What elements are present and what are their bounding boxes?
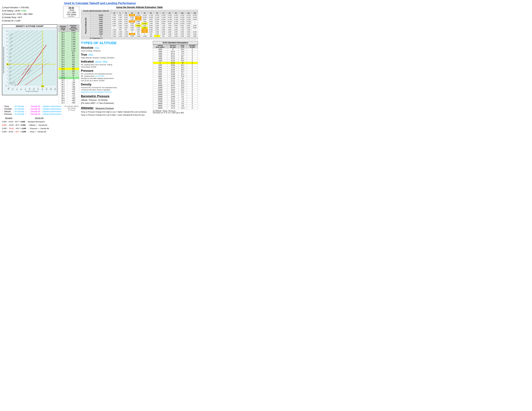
air-density-note: Air Density affectsLift, Power& Thrust — [65, 105, 79, 111]
step4: 4) Outside Temp = 80 F — [2, 16, 33, 19]
svg-text:13: 13 — [6, 37, 8, 39]
types-of-altitude: TYPES OF ALTITUDE Absolute - AGL Cloud C… — [81, 41, 151, 117]
icao-title: ICAO Standard Atmosphere — [153, 41, 198, 45]
svg-text:32°: 32° — [46, 88, 48, 89]
svg-text:11: 11 — [6, 45, 8, 46]
svg-text:°C: °C — [8, 86, 10, 88]
icao-footer2: Decreases 3.5 °F (2 °C) / 1,000' (up to … — [153, 112, 198, 114]
svg-text:°F: °F — [8, 88, 10, 89]
air-density-down1: ↓ Air Density — [13, 105, 24, 108]
pressure-type: Pressure - Alt. corrected for non-standa… — [81, 69, 151, 82]
svg-text:7: 7 — [7, 59, 8, 61]
da-estimation-table: Density Altitude Estimation Table (Ft) -… — [81, 10, 198, 39]
svg-text:50°: 50° — [29, 89, 30, 90]
svg-text:60°: 60° — [33, 89, 35, 90]
svg-text:100°: 100° — [50, 89, 52, 90]
chart-title: DENSITY ALTITUDE CHART — [2, 25, 57, 28]
svg-text:10°: 10° — [12, 89, 13, 90]
svg-text:14: 14 — [6, 34, 8, 35]
svg-text:16°: 16° — [33, 88, 35, 89]
baro-section: Barometric Pressure Altitude↑ Pressure↓ … — [81, 95, 151, 105]
svg-text:4: 4 — [7, 70, 8, 72]
svg-text:38°: 38° — [50, 88, 52, 89]
absolute-type: Absolute - AGL Cloud Ceilings, Obsticles — [81, 46, 151, 52]
types-title: TYPES OF ALTITUDE — [81, 41, 151, 45]
svg-text:-7°: -7° — [16, 88, 18, 89]
indicated-type: Indicated - Aprox. MSL Alt. reading when… — [81, 60, 151, 68]
svg-text:30°: 30° — [20, 89, 22, 90]
svg-text:27°: 27° — [42, 88, 43, 89]
elevation-section: Elevation Density Alt 5,000' – 29.92 – 4… — [2, 117, 79, 133]
calc-steps: 1) Airport Elevation = 3700 MSL 2) Alt S… — [2, 6, 33, 22]
step3: 3) Pressure Alt = 3700 + 298= 4000 — [2, 13, 33, 16]
da-header: Density Alt — [35, 117, 43, 120]
temp-up-arrow: ↑ — [2, 105, 3, 108]
icao-footer: As Altitude↑ Temp↓ Pressure↓ — [153, 110, 198, 112]
svg-text:Outside air temperature: Outside air temperature — [26, 91, 38, 92]
altimeter-setting-box: 29.92 - 29.82 .10 x 1000 =100' (added) s… — [63, 6, 79, 18]
svg-text:5: 5 — [7, 67, 8, 68]
step1: 1) Airport Elevation = 3700 MSL — [2, 6, 33, 9]
density-altitude-chart: DENSITY ALTITUDE CHART — [2, 24, 57, 95]
svg-text:12: 12 — [6, 41, 8, 43]
effects-section: ↑ Temp ↓ Air Density ↑ ↑ Humidity ↓ Air … — [2, 105, 79, 115]
svg-rect-4 — [8, 30, 56, 85]
conv-header1: Altimeter setting ("Hg) — [58, 24, 67, 32]
svg-text:15: 15 — [6, 30, 8, 32]
temp-label: Temp — [4, 105, 12, 108]
humidity-up: ↑ — [2, 108, 3, 110]
density-type: Density - Pressure Alt. corrected for no… — [81, 83, 151, 93]
svg-text:70°: 70° — [38, 89, 39, 90]
altimeter-section: Altimeter Measures Pressure Temp or Pres… — [81, 106, 151, 116]
svg-text:20°: 20° — [16, 89, 18, 90]
svg-text:9: 9 — [7, 52, 8, 54]
step2: 2) Alt Setting = 29.60 (+298) — [2, 9, 33, 12]
svg-text:6: 6 — [7, 64, 8, 65]
main-title: Used to Calculate Takeoff and Landing Pe… — [2, 2, 198, 5]
step5: 5) Density Alt = 6,000 — [2, 19, 33, 22]
svg-text:10°: 10° — [29, 88, 30, 89]
svg-text:40°: 40° — [25, 89, 26, 90]
svg-text:-1°: -1° — [20, 88, 22, 89]
svg-text:80°: 80° — [42, 86, 43, 87]
svg-text:10: 10 — [6, 48, 8, 50]
svg-text:43°: 43° — [55, 88, 56, 89]
conv-header2: Pressure altitude conversion factor — [67, 24, 79, 32]
da-table-title: Using the Density Altitude Estimation Ta… — [81, 6, 198, 9]
elev-header: Elevation — [5, 117, 12, 120]
svg-text:110°: 110° — [54, 89, 57, 90]
true-type: True - MSL Flight Altitude, Airspace Cei… — [81, 53, 151, 59]
svg-text:Approximate density altitude (: Approximate density altitude (thousand f… — [3, 47, 4, 74]
svg-text:S.L.: S.L. — [6, 85, 8, 86]
svg-text:21°: 21° — [38, 88, 39, 89]
svg-text:1: 1 — [7, 81, 8, 83]
svg-text:8: 8 — [7, 56, 8, 57]
svg-text:3: 3 — [7, 74, 8, 75]
icao-table: ICAO Standard Atmosphere Altitude(Feet A… — [153, 41, 198, 117]
svg-text:80°: 80° — [42, 89, 43, 90]
svg-text:4°: 4° — [25, 88, 26, 89]
baro-title: Barometric Pressure — [81, 95, 151, 98]
conversion-table: Altimeter setting ("Hg) Pressure altitud… — [58, 24, 79, 104]
svg-text:2: 2 — [7, 78, 8, 79]
svg-text:90°: 90° — [46, 89, 48, 90]
svg-text:-12°: -12° — [12, 88, 14, 89]
